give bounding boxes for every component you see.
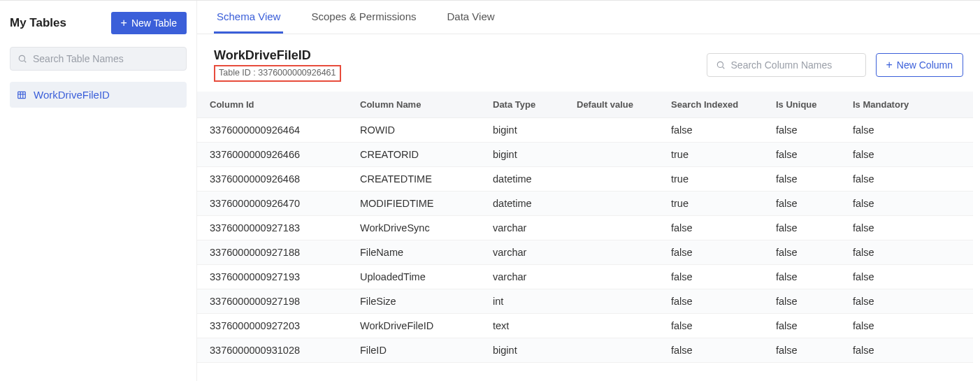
plus-icon: +: [886, 59, 893, 71]
svg-rect-2: [18, 92, 26, 98]
cell-type: text: [480, 313, 564, 338]
cell-id: 3376000000931028: [197, 338, 347, 362]
cell-type: varchar: [480, 215, 564, 240]
table-row[interactable]: 3376000000927198FileSizeintfalsefalsefal…: [197, 289, 973, 313]
table-id-badge: Table ID : 3376000000926461: [214, 65, 341, 82]
svg-line-1: [24, 61, 27, 63]
cell-default: [564, 313, 658, 338]
cell-type: int: [480, 289, 564, 313]
cell-mandatory: false: [840, 166, 973, 191]
cell-name: MODIFIEDTIME: [347, 191, 480, 215]
col-header-mandatory[interactable]: Is Mandatory: [840, 92, 973, 118]
cell-id: 3376000000927193: [197, 264, 347, 289]
cell-name: WorkDriveFileID: [347, 313, 480, 338]
columns-table: Column Id Column Name Data Type Default …: [197, 92, 973, 363]
cell-name: CREATORID: [347, 142, 480, 166]
tab-schema-view[interactable]: Schema View: [214, 1, 283, 34]
column-search-input[interactable]: [731, 59, 857, 71]
cell-name: FileSize: [347, 289, 480, 313]
svg-point-6: [717, 62, 723, 67]
cell-indexed: true: [658, 166, 763, 191]
cell-name: FileName: [347, 240, 480, 264]
tab-scopes-permissions[interactable]: Scopes & Permissions: [308, 1, 419, 34]
cell-indexed: false: [658, 313, 763, 338]
cell-name: ROWID: [347, 117, 480, 142]
cell-default: [564, 166, 658, 191]
table-row[interactable]: 3376000000927188FileNamevarcharfalsefals…: [197, 240, 973, 264]
cell-default: [564, 215, 658, 240]
cell-id: 3376000000927198: [197, 289, 347, 313]
cell-unique: false: [763, 240, 840, 264]
table-row[interactable]: 3376000000926470MODIFIEDTIMEdatetimetrue…: [197, 191, 973, 215]
cell-mandatory: false: [840, 117, 973, 142]
cell-name: UploadedTime: [347, 264, 480, 289]
cell-type: datetime: [480, 166, 564, 191]
cell-mandatory: false: [840, 313, 973, 338]
cell-default: [564, 264, 658, 289]
cell-mandatory: false: [840, 338, 973, 362]
table-row[interactable]: 3376000000926466CREATORIDbiginttruefalse…: [197, 142, 973, 166]
table-row[interactable]: 3376000000926464ROWIDbigintfalsefalsefal…: [197, 117, 973, 142]
new-table-label: New Table: [131, 17, 177, 29]
svg-line-7: [722, 66, 724, 69]
col-header-default[interactable]: Default value: [564, 92, 658, 118]
cell-mandatory: false: [840, 215, 973, 240]
cell-type: bigint: [480, 117, 564, 142]
new-column-button[interactable]: + New Column: [876, 53, 963, 77]
cell-unique: false: [763, 191, 840, 215]
search-icon: [716, 60, 726, 70]
cell-indexed: false: [658, 338, 763, 362]
cell-id: 3376000000926466: [197, 142, 347, 166]
cell-type: datetime: [480, 191, 564, 215]
cell-unique: false: [763, 313, 840, 338]
col-header-indexed[interactable]: Search Indexed: [658, 92, 763, 118]
cell-unique: false: [763, 142, 840, 166]
cell-name: WorkDriveSync: [347, 215, 480, 240]
table-row[interactable]: 3376000000927203WorkDriveFileIDtextfalse…: [197, 313, 973, 338]
table-header-row: Column Id Column Name Data Type Default …: [197, 92, 973, 118]
table-row[interactable]: 3376000000927193UploadedTimevarcharfalse…: [197, 264, 973, 289]
table-search-input[interactable]: [33, 53, 179, 64]
cell-default: [564, 191, 658, 215]
cell-default: [564, 289, 658, 313]
cell-id: 3376000000926464: [197, 117, 347, 142]
cell-unique: false: [763, 289, 840, 313]
new-column-label: New Column: [897, 59, 953, 71]
col-header-name[interactable]: Column Name: [347, 92, 480, 118]
cell-default: [564, 142, 658, 166]
cell-indexed: false: [658, 215, 763, 240]
cell-name: FileID: [347, 338, 480, 362]
table-row[interactable]: 3376000000926468CREATEDTIMEdatetimetruef…: [197, 166, 973, 191]
tab-data-view[interactable]: Data View: [445, 1, 498, 34]
table-row[interactable]: 3376000000931028FileIDbigintfalsefalsefa…: [197, 338, 973, 362]
sidebar-item-workdrivefileid[interactable]: WorkDriveFileID: [10, 82, 187, 108]
cell-indexed: true: [658, 142, 763, 166]
cell-id: 3376000000927188: [197, 240, 347, 264]
cell-indexed: false: [658, 240, 763, 264]
cell-default: [564, 240, 658, 264]
table-row[interactable]: 3376000000927183WorkDriveSyncvarcharfals…: [197, 215, 973, 240]
cell-name: CREATEDTIME: [347, 166, 480, 191]
cell-id: 3376000000926468: [197, 166, 347, 191]
cell-indexed: false: [658, 264, 763, 289]
cell-id: 3376000000926470: [197, 191, 347, 215]
cell-indexed: false: [658, 289, 763, 313]
new-table-button[interactable]: + New Table: [111, 12, 187, 34]
cell-unique: false: [763, 338, 840, 362]
cell-type: varchar: [480, 264, 564, 289]
table-icon: [17, 90, 27, 100]
table-search-box[interactable]: [10, 47, 187, 71]
plus-icon: +: [121, 17, 127, 29]
sidebar: My Tables + New Table WorkDriveFileID: [0, 1, 197, 381]
cell-unique: false: [763, 264, 840, 289]
col-header-id[interactable]: Column Id: [197, 92, 347, 118]
cell-default: [564, 338, 658, 362]
cell-unique: false: [763, 117, 840, 142]
cell-mandatory: false: [840, 289, 973, 313]
column-search-box[interactable]: [707, 53, 866, 77]
col-header-datatype[interactable]: Data Type: [480, 92, 564, 118]
search-icon: [17, 54, 27, 64]
col-header-unique[interactable]: Is Unique: [763, 92, 840, 118]
cell-unique: false: [763, 215, 840, 240]
sidebar-title: My Tables: [10, 16, 66, 30]
